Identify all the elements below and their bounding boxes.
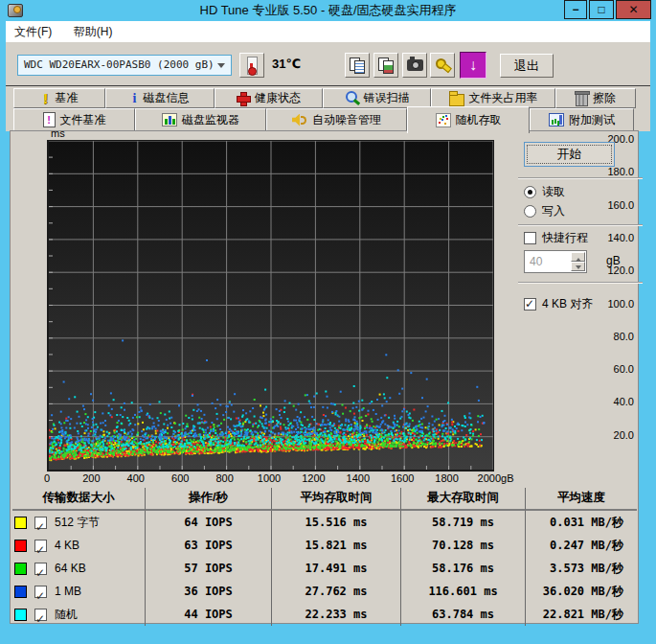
exclamation-icon: !	[41, 92, 51, 105]
series-checkbox[interactable]	[34, 540, 47, 552]
screenshot-button[interactable]	[402, 53, 427, 78]
cell-iops: 64 IOPS	[145, 511, 271, 534]
read-radio[interactable]	[524, 186, 536, 198]
table-row-legend: 64 KB	[12, 557, 145, 580]
read-radio-row[interactable]: 读取	[524, 184, 565, 200]
series-checkbox[interactable]	[34, 517, 47, 529]
series-checkbox[interactable]	[34, 609, 47, 621]
short-stroke-checkbox[interactable]	[524, 232, 536, 244]
tab-error-scan[interactable]: 错误扫描	[323, 88, 431, 108]
random-access-plot	[47, 140, 494, 472]
cell-max: 58.176 ms	[400, 557, 525, 580]
y-tick-label: 180.0	[603, 166, 634, 177]
exit-button[interactable]: 退出	[500, 54, 554, 78]
series-label: 随机	[55, 603, 78, 626]
col-header: 最大存取时间	[400, 488, 525, 511]
extra-tests-icon	[549, 113, 564, 126]
tab-file-benchmark[interactable]: ! 文件基准	[13, 108, 135, 131]
series-checkbox[interactable]	[34, 563, 47, 575]
series-color-swatch	[14, 586, 27, 598]
tab-benchmark[interactable]: ! 基准	[13, 88, 105, 108]
options-button[interactable]	[430, 53, 455, 78]
write-radio[interactable]	[524, 205, 536, 218]
y-tick-label: 80.0	[603, 331, 634, 342]
cell-avg: 27.762 ms	[271, 580, 400, 603]
align-row[interactable]: 4 KB 对齐	[524, 296, 593, 312]
minimize-button[interactable]: −	[564, 0, 587, 19]
cell-iops: 36 IOPS	[145, 580, 271, 603]
title-bar[interactable]: HD Tune 专业版 5.50 - 硬盘/固态硬盘实用程序 − □ ✕	[0, 0, 656, 21]
tab-label: 磁盘信息	[144, 90, 190, 106]
short-stroke-row[interactable]: 快捷行程	[524, 230, 588, 246]
tab-disk-info[interactable]: i 磁盘信息	[105, 88, 215, 108]
write-radio-row[interactable]: 写入	[524, 203, 565, 219]
copy-text-button[interactable]	[345, 53, 370, 78]
table-row-legend: 1 MB	[12, 580, 145, 603]
tab-folder-usage[interactable]: 文件夹占用率	[431, 88, 555, 108]
download-arrow-button[interactable]: ↓	[460, 52, 486, 79]
start-button[interactable]: 开始	[524, 142, 615, 167]
drive-select-value: WDC WD20EARX-00PASB0 (2000 gB)	[24, 58, 215, 71]
x-tick-label: 800	[215, 472, 233, 484]
align-label: 4 KB 对齐	[542, 296, 593, 312]
window-title: HD Tune 专业版 5.50 - 硬盘/固态硬盘实用程序	[0, 2, 656, 19]
speaker-icon	[292, 114, 307, 126]
y-tick-label: 20.0	[603, 429, 634, 441]
spin-down-button[interactable]	[571, 262, 585, 271]
drive-select[interactable]: WDC WD20EARX-00PASB0 (2000 gB)	[17, 55, 232, 76]
tab-label: 自动噪音管理	[312, 112, 381, 128]
tab-label: 擦除	[593, 90, 616, 106]
spin-up-button[interactable]	[571, 252, 585, 262]
cell-avg: 15.516 ms	[271, 511, 400, 534]
scatter-icon	[436, 113, 451, 127]
cell-max: 58.719 ms	[400, 511, 525, 534]
cell-max: 63.784 ms	[400, 603, 525, 626]
copy-image-button[interactable]	[373, 53, 398, 78]
table-row-legend: 随机	[12, 603, 145, 626]
cell-iops: 57 IOPS	[145, 557, 271, 580]
x-tick-label: 1400	[347, 472, 370, 484]
col-header: 平均存取时间	[271, 488, 400, 511]
separator	[518, 282, 643, 284]
series-color-swatch	[14, 609, 27, 621]
cell-speed: 0.247 MB/秒	[525, 534, 637, 557]
trash-icon	[576, 93, 588, 106]
x-tick-label: 1800	[435, 472, 458, 484]
capacity-spinner[interactable]: 40	[524, 250, 587, 273]
copy-text-icon	[350, 58, 365, 73]
info-icon: i	[131, 92, 139, 105]
menu-help[interactable]: 帮助(H)	[65, 21, 122, 43]
folder-icon	[449, 94, 464, 106]
cell-speed: 3.573 MB/秒	[525, 557, 637, 580]
hd-tune-window: HD Tune 专业版 5.50 - 硬盘/固态硬盘实用程序 − □ ✕ 文件(…	[0, 0, 656, 644]
cell-max: 116.601 ms	[400, 580, 525, 603]
series-color-swatch	[14, 540, 27, 552]
capacity-value: 40	[530, 255, 542, 268]
tab-erase[interactable]: 擦除	[555, 88, 636, 108]
cell-avg: 22.233 ms	[271, 603, 400, 626]
temperature-button[interactable]	[239, 53, 264, 78]
tab-extra-tests[interactable]: 附加测试	[530, 108, 634, 131]
tab-random-access[interactable]: 随机存取	[407, 106, 530, 133]
chevron-down-icon	[217, 63, 225, 72]
tab-aam[interactable]: 自动噪音管理	[266, 108, 407, 131]
y-tick-label: 100.0	[603, 298, 634, 310]
tab-health[interactable]: 健康状态	[215, 88, 323, 108]
align-checkbox[interactable]	[524, 298, 536, 310]
x-tick-label: 0	[44, 472, 50, 484]
series-label: 512 字节	[55, 511, 100, 534]
series-label: 64 KB	[55, 557, 86, 580]
cell-speed: 22.821 MB/秒	[525, 603, 637, 626]
close-button[interactable]: ✕	[616, 0, 651, 19]
x-tick-label: 1600	[391, 472, 414, 484]
separator	[518, 224, 643, 226]
series-checkbox[interactable]	[34, 586, 47, 598]
y-axis-unit: ms	[51, 127, 65, 139]
menu-file[interactable]: 文件(F)	[6, 21, 60, 43]
read-label: 读取	[542, 184, 565, 200]
tab-disk-monitor[interactable]: 磁盘监视器	[135, 108, 266, 131]
maximize-button[interactable]: □	[589, 0, 614, 19]
table-row-legend: 4 KB	[12, 534, 145, 557]
toolbar: WDC WD20EARX-00PASB0 (2000 gB) 31℃ ↓ 退出	[6, 42, 650, 86]
table-row-legend: 512 字节	[12, 511, 145, 534]
